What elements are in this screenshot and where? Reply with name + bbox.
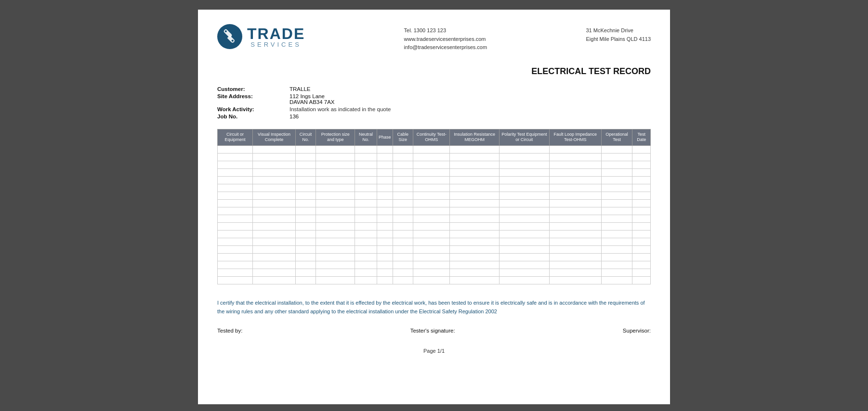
table-cell (413, 207, 450, 215)
table-cell (253, 261, 296, 269)
table-cell (393, 161, 413, 169)
table-cell (355, 161, 377, 169)
header-contact: Tel. 1300 123 123 www.tradeservicesenter… (404, 26, 487, 52)
table-cell (413, 184, 450, 192)
table-cell (393, 154, 413, 161)
site-row: Site Address: 112 Ings Lane DAVAN AB34 7… (217, 93, 651, 105)
table-cell (355, 192, 377, 200)
customer-value: TRALLE (289, 86, 310, 92)
table-cell (413, 192, 450, 200)
table-cell (253, 192, 296, 200)
table-cell (601, 169, 632, 177)
table-cell (295, 269, 316, 277)
table-row (218, 146, 651, 154)
table-cell (632, 261, 651, 269)
table-cell (377, 223, 393, 231)
table-cell (632, 154, 651, 161)
table-cell (632, 184, 651, 192)
customer-row: Customer: TRALLE (217, 86, 651, 92)
logo-area: TRADE SERVICES (217, 24, 305, 49)
table-cell (253, 223, 296, 231)
table-cell (549, 277, 601, 284)
table-cell (253, 184, 296, 192)
table-cell (295, 277, 316, 284)
table-cell (253, 277, 296, 284)
table-cell (355, 231, 377, 238)
table-cell (295, 146, 316, 154)
table-cell (549, 207, 601, 215)
site-label: Site Address: (217, 93, 289, 105)
table-cell (377, 215, 393, 223)
table-row (218, 269, 651, 277)
table-cell (316, 215, 355, 223)
table-cell (601, 215, 632, 223)
table-cell (316, 231, 355, 238)
table-row (218, 207, 651, 215)
work-label: Work Activity: (217, 106, 289, 112)
table-cell (316, 254, 355, 261)
table-cell (295, 154, 316, 161)
table-cell (499, 261, 549, 269)
table-cell (413, 200, 450, 207)
table-cell (632, 254, 651, 261)
table-cell (253, 215, 296, 223)
table-cell (632, 246, 651, 254)
table-cell (450, 154, 500, 161)
supervisor: Supervisor: (623, 328, 651, 334)
col-fault-loop: Fault Loop Impedance Test-OHMS (549, 129, 601, 145)
table-row (218, 184, 651, 192)
table-cell (393, 215, 413, 223)
email-text: info@tradeservicesenterprises.com (404, 43, 487, 52)
table-cell (413, 246, 450, 254)
table-cell (218, 223, 253, 231)
table-row (218, 192, 651, 200)
page: TRADE SERVICES Tel. 1300 123 123 www.tra… (198, 10, 670, 404)
table-cell (393, 246, 413, 254)
table-row (218, 246, 651, 254)
table-cell (601, 154, 632, 161)
table-cell (355, 177, 377, 184)
table-cell (295, 192, 316, 200)
table-cell (413, 146, 450, 154)
table-cell (632, 200, 651, 207)
table-cell (393, 269, 413, 277)
table-cell (450, 231, 500, 238)
table-cell (253, 169, 296, 177)
table-cell (632, 177, 651, 184)
table-cell (601, 277, 632, 284)
table-cell (218, 169, 253, 177)
table-cell (355, 207, 377, 215)
work-row: Work Activity: Installation work as indi… (217, 106, 651, 112)
table-cell (549, 269, 601, 277)
table-cell (549, 161, 601, 169)
table-cell (632, 277, 651, 284)
table-cell (601, 223, 632, 231)
table-cell (316, 177, 355, 184)
table-cell (393, 231, 413, 238)
signatures: Tested by: Tester's signature: Superviso… (217, 328, 651, 334)
table-cell (295, 254, 316, 261)
table-cell (632, 161, 651, 169)
table-cell (450, 261, 500, 269)
table-cell (218, 184, 253, 192)
table-cell (218, 146, 253, 154)
document-title: ELECTRICAL TEST RECORD (217, 66, 651, 77)
table-cell (355, 261, 377, 269)
table-cell (450, 177, 500, 184)
table-cell (549, 231, 601, 238)
table-cell (218, 261, 253, 269)
table-cell (450, 223, 500, 231)
table-cell (218, 246, 253, 254)
test-table: Circuit or Equipment Visual Inspection C… (217, 129, 651, 284)
table-cell (450, 169, 500, 177)
table-cell (601, 192, 632, 200)
table-cell (253, 207, 296, 215)
table-cell (355, 246, 377, 254)
table-cell (499, 215, 549, 223)
table-cell (393, 169, 413, 177)
table-cell (413, 215, 450, 223)
table-cell (295, 223, 316, 231)
table-cell (218, 154, 253, 161)
table-cell (632, 231, 651, 238)
job-label: Job No. (217, 114, 289, 119)
